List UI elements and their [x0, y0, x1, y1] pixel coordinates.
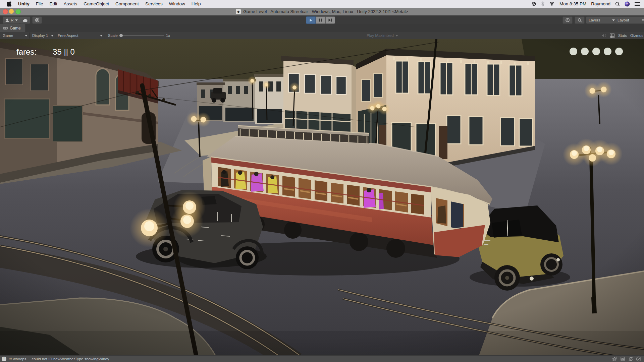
menu-item-window[interactable]: Window: [169, 1, 185, 6]
status-bar: ! !!! whoops ... could not ID newWeather…: [0, 355, 644, 362]
scale-value: 1x: [166, 34, 170, 38]
hud-token-row: [570, 48, 623, 55]
vsync-grid-button[interactable]: [610, 32, 614, 39]
window-minimize-button[interactable]: [9, 9, 14, 14]
menu-item-services[interactable]: Services: [145, 1, 163, 6]
fares-value: 35 || 0: [53, 47, 75, 57]
window-title: Game Level - Automata Streetcar - Window…: [243, 9, 408, 14]
window-title-bar: ◆ Game Level - Automata Streetcar - Wind…: [0, 8, 644, 15]
token-circle: [615, 48, 623, 55]
layout-dropdown[interactable]: Layout: [615, 16, 644, 24]
pause-icon: [319, 18, 322, 22]
play-maximized-dropdown[interactable]: Play Maximized: [367, 32, 398, 39]
unity-hub-icon[interactable]: [531, 1, 536, 6]
vignette: [0, 39, 644, 355]
siri-icon[interactable]: [625, 1, 630, 7]
tab-game[interactable]: Game: [0, 24, 26, 32]
play-icon: [309, 18, 313, 22]
view-mode-dropdown[interactable]: Game: [3, 32, 28, 39]
aspect-label: Free Aspect: [58, 34, 78, 38]
search-icon: [578, 18, 582, 22]
unity-toolbar: R Layers: [0, 15, 644, 24]
game-viewport[interactable]: fares: 35 || 0: [0, 39, 644, 355]
menu-item-component[interactable]: Component: [115, 1, 139, 6]
spotlight-search-icon[interactable]: [615, 2, 620, 6]
grid-icon: [610, 34, 614, 38]
play-controls: [306, 16, 335, 24]
status-bar-icons: [612, 356, 641, 362]
window-close-button[interactable]: [3, 9, 8, 14]
token-circle: [581, 48, 589, 55]
scale-slider-handle[interactable]: [119, 34, 123, 37]
gamepad-icon: [3, 26, 8, 30]
step-icon: [328, 18, 332, 22]
display-dropdown[interactable]: Display 1: [32, 32, 54, 39]
gizmos-dropdown[interactable]: Gizmos: [630, 32, 644, 39]
menu-item-help[interactable]: Help: [192, 1, 201, 6]
token-circle: [604, 48, 611, 55]
speaker-icon: [602, 34, 606, 38]
chevron-down-icon: [15, 19, 18, 21]
token-circle: [592, 48, 600, 55]
scale-control: Scale 1x: [108, 32, 170, 39]
gear-icon: [35, 18, 40, 22]
gizmos-label: Gizmos: [630, 34, 643, 38]
tab-game-label: Game: [10, 26, 21, 31]
mute-audio-button[interactable]: [602, 32, 606, 39]
scale-slider[interactable]: [120, 35, 164, 36]
play-button[interactable]: [306, 16, 316, 24]
unity-window-icon: ◆: [236, 9, 241, 14]
console-info-icon[interactable]: !: [2, 357, 6, 361]
hud-fares: fares: 35 || 0: [16, 47, 75, 57]
panel-tab-bar: Game: [0, 24, 644, 32]
account-initial: R: [11, 18, 13, 22]
layers-label: Layers: [589, 18, 600, 22]
stats-toggle[interactable]: Stats: [618, 32, 627, 39]
step-button[interactable]: [325, 16, 335, 24]
menu-bar-user[interactable]: Raymond: [591, 1, 610, 6]
chevron-down-icon: [612, 19, 615, 21]
background-tasks-icon[interactable]: [636, 356, 641, 362]
apple-logo-icon[interactable]: [7, 1, 12, 7]
scale-label: Scale: [108, 34, 118, 38]
version-control-button[interactable]: [32, 16, 42, 24]
account-dropdown[interactable]: R: [3, 16, 20, 24]
undo-history-button[interactable]: [562, 16, 573, 24]
search-button[interactable]: [575, 16, 585, 24]
stats-label: Stats: [618, 34, 627, 38]
unity-editor-window: Unity FileEditAssetsGameObjectComponentS…: [0, 0, 644, 362]
auto-refresh-disabled-icon[interactable]: [628, 356, 634, 362]
cloud-services-button[interactable]: [20, 16, 30, 24]
macos-menu-bar: Unity FileEditAssetsGameObjectComponentS…: [0, 0, 644, 8]
menu-item-unity[interactable]: Unity: [18, 1, 30, 6]
display-label: Display 1: [32, 34, 48, 38]
layout-label: Layout: [618, 18, 629, 22]
menu-item-edit[interactable]: Edit: [50, 1, 57, 6]
view-mode-label: Game: [3, 34, 13, 38]
cloud-icon: [22, 18, 28, 22]
play-maximized-label: Play Maximized: [367, 34, 394, 38]
pause-button[interactable]: [316, 16, 325, 24]
debugger-disabled-icon[interactable]: [612, 356, 618, 362]
menu-bar-clock[interactable]: Mon 8:35 PM: [559, 1, 586, 6]
bluetooth-icon[interactable]: [541, 1, 544, 6]
chevron-down-icon: [642, 19, 644, 21]
layers-dropdown[interactable]: Layers: [586, 16, 618, 24]
menu-item-assets[interactable]: Assets: [64, 1, 77, 6]
menu-item-file[interactable]: File: [36, 1, 43, 6]
control-center-icon[interactable]: [635, 2, 640, 6]
cache-server-disabled-icon[interactable]: [620, 356, 626, 362]
wifi-icon[interactable]: [549, 2, 555, 6]
menu-bar-status: Mon 8:35 PM Raymond: [531, 1, 640, 7]
history-icon: [565, 18, 570, 22]
person-icon: [5, 18, 9, 22]
window-zoom-button[interactable]: [15, 9, 21, 14]
token-circle: [570, 48, 577, 55]
menu-items: FileEditAssetsGameObjectComponentService…: [30, 1, 201, 6]
menu-item-gameobject[interactable]: GameObject: [84, 1, 109, 6]
aspect-ratio-dropdown[interactable]: Free Aspect: [58, 32, 103, 39]
game-view-toolbar: Game Display 1 Free Aspect Scale 1x Play…: [0, 32, 644, 40]
status-message[interactable]: !!! whoops ... could not ID newWeatherTy…: [9, 357, 109, 361]
fares-label: fares:: [16, 47, 37, 57]
game-scene: [0, 39, 644, 355]
